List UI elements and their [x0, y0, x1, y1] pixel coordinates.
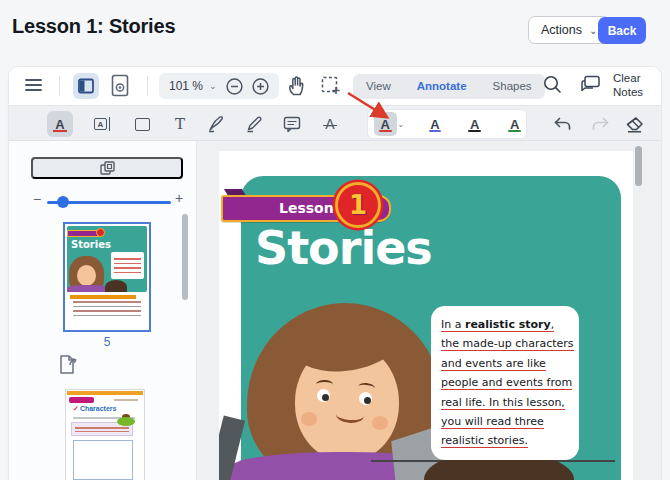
chevron-down-icon: ⌄: [209, 81, 217, 91]
chevron-down-icon: ⌄: [589, 25, 597, 36]
thumb-teal-cover: Stories: [67, 226, 147, 292]
page-number-label: 5: [63, 335, 151, 349]
underline-color-black[interactable]: A: [463, 112, 486, 136]
text-tool[interactable]: T: [167, 111, 193, 137]
red-underline-swatch: [379, 130, 392, 132]
tab-shapes[interactable]: Shapes: [480, 74, 545, 99]
viewer-content: − + Stories: [9, 141, 662, 480]
main-toolbar: 101 % ⌄ View Annotate Shapes: [9, 67, 661, 105]
rotate-page-icon[interactable]: [57, 353, 79, 377]
document-viewport[interactable]: Stories: [197, 141, 662, 480]
tab-annotate[interactable]: Annotate: [404, 74, 480, 99]
document-page: Stories: [219, 151, 633, 480]
page-title: Lesson 1: Stories: [12, 15, 175, 38]
rectangle-tool[interactable]: [129, 111, 155, 137]
underline-color-group: A ⌄ A A A: [367, 109, 527, 139]
definition-textbox: In a realistic story, the made-up charac…: [431, 306, 579, 460]
lesson-number-badge: 1: [335, 182, 381, 228]
comments-icon[interactable]: [581, 75, 601, 94]
green-underline-swatch: [508, 130, 521, 132]
annotation-viewer-app: Lesson 1: Stories Actions ⌄ Back 101 % ⌄: [0, 0, 670, 480]
divider: [147, 76, 148, 96]
rectangle-icon: [135, 118, 150, 131]
underline-color-red-selected[interactable]: A: [374, 112, 397, 136]
underline-color-blue[interactable]: A: [424, 112, 447, 136]
hand-pan-icon[interactable]: [287, 75, 306, 96]
tab-view[interactable]: View: [353, 74, 404, 99]
sidebar-scrollbar[interactable]: [182, 214, 188, 300]
thumbnail-sidebar: − + Stories: [9, 141, 197, 480]
lesson-title: Stories: [255, 221, 432, 275]
black-underline-swatch: [468, 130, 481, 132]
zoom-in-icon[interactable]: [252, 78, 269, 95]
document-scrollbar[interactable]: [635, 146, 642, 186]
eraser-icon[interactable]: [621, 111, 647, 137]
sidebar-panel-toggle-icon[interactable]: [73, 73, 99, 99]
marquee-select-icon[interactable]: [321, 76, 340, 95]
redo-icon[interactable]: [587, 111, 613, 137]
underline-color-green[interactable]: A: [503, 112, 526, 136]
lesson-banner-label: Lesson: [279, 200, 334, 216]
thumbnail-zoom-out[interactable]: −: [33, 191, 41, 207]
free-text-tool[interactable]: A: [89, 111, 115, 137]
thumbnail-page-5[interactable]: Stories: [63, 222, 151, 332]
search-icon[interactable]: [543, 75, 562, 94]
blue-underline-swatch: [429, 130, 442, 132]
thumbnail-page-6[interactable]: ✓Characters: [65, 389, 145, 480]
mode-tabs: View Annotate Shapes: [353, 74, 545, 99]
pen-tool[interactable]: [241, 111, 267, 137]
highlighter-tool[interactable]: [203, 111, 229, 137]
underline-text-tool[interactable]: A: [47, 111, 73, 137]
annotate-toolbar: A A T A: [9, 105, 661, 141]
note-comment-tool[interactable]: [279, 111, 305, 137]
pages-panel-button[interactable]: [31, 157, 183, 179]
page-preview-icon[interactable]: [111, 74, 129, 97]
zoom-level-dropdown[interactable]: 101 %: [169, 79, 203, 93]
check-icon: ✓: [73, 405, 79, 412]
text-insert-icon: A: [94, 117, 110, 131]
red-underline-mark: [53, 130, 67, 132]
pages-icon: [100, 161, 115, 175]
undo-icon[interactable]: [549, 111, 575, 137]
back-button[interactable]: Back: [598, 17, 646, 44]
thumb-bottom-chart: [67, 292, 147, 328]
strikethrough-tool[interactable]: A: [317, 111, 343, 137]
viewer-card: 101 % ⌄ View Annotate Shapes: [8, 66, 662, 480]
clear-notes-button[interactable]: Clear Notes: [613, 71, 643, 99]
divider: [59, 76, 60, 96]
thumbnail-zoom-knob[interactable]: [57, 196, 69, 208]
chevron-down-icon[interactable]: ⌄: [398, 120, 405, 129]
zoom-control: 101 % ⌄: [159, 73, 279, 99]
menu-icon[interactable]: [25, 78, 42, 92]
thumbnail-zoom-in[interactable]: +: [175, 190, 183, 206]
zoom-out-icon[interactable]: [226, 78, 243, 95]
